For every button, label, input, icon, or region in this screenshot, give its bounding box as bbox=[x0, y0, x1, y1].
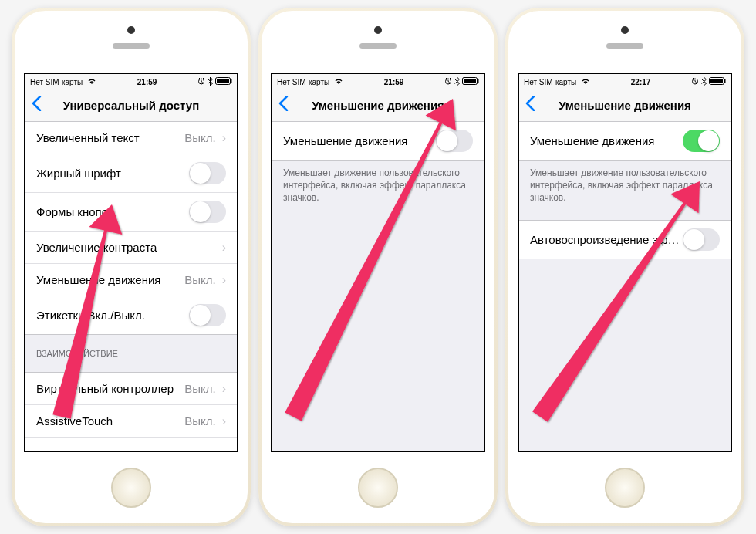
status-bar: Нет SIM-карты21:59 bbox=[25, 74, 237, 90]
toggle-knob bbox=[683, 229, 704, 250]
camera-dot bbox=[621, 26, 629, 34]
bluetooth-icon bbox=[208, 77, 213, 87]
status-bar: Нет SIM-карты22:17 bbox=[519, 74, 731, 90]
carrier-text: Нет SIM-карты bbox=[524, 78, 576, 86]
status-time: 21:59 bbox=[137, 78, 157, 86]
phone-inner: Нет SIM-карты21:59Уменьшение движенияУме… bbox=[262, 11, 494, 523]
cell-value: Выкл. bbox=[184, 131, 215, 144]
nav-bar: Уменьшение движения bbox=[519, 90, 731, 122]
cell-label: Уменьшение движения bbox=[530, 134, 683, 147]
alarm-icon bbox=[691, 77, 699, 86]
phone-mockup: Нет SIM-карты21:59Универсальный доступУв… bbox=[12, 8, 251, 526]
home-button[interactable] bbox=[358, 468, 398, 508]
section-footer: Уменьшает движение пользовательского инт… bbox=[272, 161, 484, 211]
settings-content[interactable]: Уменьшение движенияУменьшает движение по… bbox=[519, 122, 731, 259]
carrier-text: Нет SIM-карты bbox=[30, 78, 83, 86]
back-button[interactable] bbox=[272, 96, 295, 116]
settings-cell[interactable]: AssistiveTouchВыкл.› bbox=[25, 405, 237, 438]
toggle-knob bbox=[190, 163, 211, 184]
settings-cell[interactable]: Формы кнопок bbox=[25, 193, 237, 232]
toggle-switch[interactable] bbox=[189, 201, 226, 223]
camera-dot bbox=[127, 26, 135, 34]
phone-screen: Нет SIM-карты21:59Уменьшение движенияУме… bbox=[271, 73, 485, 452]
settings-cell[interactable]: Увеличение контраста› bbox=[25, 232, 237, 264]
battery-icon bbox=[462, 77, 479, 86]
alarm-icon bbox=[197, 77, 205, 86]
svg-rect-6 bbox=[464, 79, 476, 83]
cell-label: Формы кнопок bbox=[36, 205, 189, 218]
settings-cell[interactable]: Этикетки Вкл./Выкл. bbox=[25, 296, 237, 334]
cell-label: Виртуальный контроллер bbox=[36, 382, 184, 395]
status-time: 22:17 bbox=[631, 78, 651, 86]
speaker-slot bbox=[359, 43, 397, 49]
phone-screen: Нет SIM-карты22:17Уменьшение движенияУме… bbox=[518, 73, 732, 452]
alarm-icon bbox=[444, 77, 452, 86]
toggle-knob bbox=[190, 305, 211, 326]
settings-content[interactable]: Увеличенный текстВыкл.›Жирный шрифтФормы… bbox=[25, 122, 237, 452]
svg-rect-10 bbox=[710, 79, 723, 83]
cell-label: Адаптация касания bbox=[36, 448, 184, 453]
speaker-slot bbox=[113, 43, 150, 49]
settings-cell[interactable]: Адаптация касанияВыкл.› bbox=[25, 438, 237, 452]
chevron-right-icon: › bbox=[222, 241, 226, 255]
settings-cell[interactable]: Увеличенный текстВыкл.› bbox=[25, 122, 237, 154]
camera-dot bbox=[374, 26, 382, 34]
phone-mockup: Нет SIM-карты22:17Уменьшение движенияУме… bbox=[505, 8, 744, 526]
nav-bar: Универсальный доступ bbox=[25, 90, 237, 122]
status-right bbox=[444, 77, 479, 87]
home-button[interactable] bbox=[605, 468, 645, 508]
settings-cell[interactable]: Жирный шрифт bbox=[25, 154, 237, 193]
phone-mockup: Нет SIM-карты21:59Уменьшение движенияУме… bbox=[258, 8, 498, 526]
toggle-knob bbox=[190, 201, 211, 222]
wifi-icon bbox=[334, 78, 343, 86]
cell-label: Автовоспроизведение эфф… bbox=[530, 233, 683, 246]
cell-label: Увеличенный текст bbox=[36, 131, 184, 144]
wifi-icon bbox=[581, 78, 590, 86]
svg-rect-3 bbox=[231, 79, 232, 83]
phone-inner: Нет SIM-карты21:59Универсальный доступУв… bbox=[15, 11, 248, 523]
status-left: Нет SIM-карты bbox=[524, 78, 590, 86]
cell-value: Выкл. bbox=[184, 382, 215, 395]
toggle-switch[interactable] bbox=[189, 162, 226, 184]
settings-cell[interactable]: Автовоспроизведение эфф… bbox=[519, 221, 731, 259]
nav-title: Универсальный доступ bbox=[25, 99, 237, 112]
svg-rect-7 bbox=[478, 79, 479, 83]
phone-top-hardware bbox=[508, 11, 741, 73]
chevron-right-icon: › bbox=[222, 447, 226, 452]
settings-cell[interactable]: Виртуальный контроллерВыкл.› bbox=[25, 373, 237, 405]
phone-top-hardware bbox=[262, 11, 494, 73]
status-time: 21:59 bbox=[384, 78, 404, 86]
battery-icon bbox=[709, 77, 726, 86]
settings-group: Увеличенный текстВыкл.›Жирный шрифтФормы… bbox=[25, 122, 237, 335]
settings-cell[interactable]: Уменьшение движенияВыкл.› bbox=[25, 264, 237, 296]
settings-group: Уменьшение движения bbox=[272, 122, 484, 161]
nav-bar: Уменьшение движения bbox=[272, 90, 484, 122]
toggle-knob bbox=[698, 130, 719, 151]
toggle-switch[interactable] bbox=[683, 228, 720, 251]
svg-rect-11 bbox=[724, 79, 726, 83]
speaker-slot bbox=[606, 43, 643, 49]
status-bar: Нет SIM-карты21:59 bbox=[272, 74, 484, 90]
settings-cell[interactable]: Уменьшение движения bbox=[272, 122, 484, 160]
status-right bbox=[197, 77, 232, 87]
cell-value: Выкл. bbox=[184, 273, 215, 286]
toggle-switch[interactable] bbox=[436, 130, 473, 152]
cell-label: Этикетки Вкл./Выкл. bbox=[36, 309, 189, 322]
bluetooth-icon bbox=[701, 77, 707, 87]
back-button[interactable] bbox=[519, 96, 542, 116]
section-header: ВЗАИМОДЕЙСТВИЕ bbox=[25, 335, 237, 363]
settings-content[interactable]: Уменьшение движенияУменьшает движение по… bbox=[272, 122, 484, 211]
toggle-knob bbox=[437, 130, 457, 151]
carrier-text: Нет SIM-карты bbox=[277, 78, 329, 86]
cell-value: Выкл. bbox=[184, 414, 215, 428]
chevron-right-icon: › bbox=[222, 273, 226, 287]
chevron-right-icon: › bbox=[222, 131, 226, 145]
home-button[interactable] bbox=[111, 468, 151, 508]
back-button[interactable] bbox=[25, 96, 48, 116]
settings-group: Уменьшение движения bbox=[519, 122, 731, 161]
settings-cell[interactable]: Уменьшение движения bbox=[519, 122, 731, 160]
status-left: Нет SIM-карты bbox=[277, 78, 343, 86]
toggle-switch[interactable] bbox=[189, 304, 226, 326]
toggle-switch[interactable] bbox=[683, 130, 720, 152]
settings-group: Автовоспроизведение эфф… bbox=[519, 220, 731, 259]
